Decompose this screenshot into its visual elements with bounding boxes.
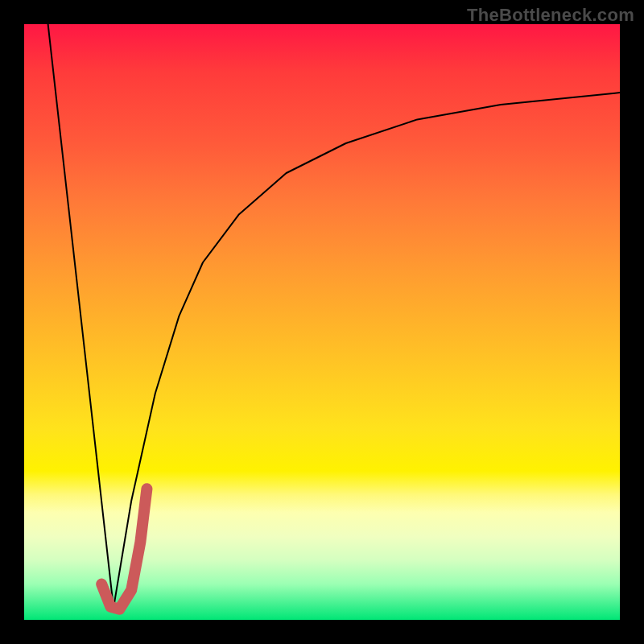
series-group bbox=[48, 24, 620, 609]
series-left-falling-line bbox=[48, 24, 114, 608]
watermark-text: TheBottleneck.com bbox=[467, 5, 634, 26]
series-rising-curve bbox=[114, 93, 620, 608]
chart-svg bbox=[24, 24, 620, 620]
plot-area bbox=[24, 24, 620, 620]
series-marker-j bbox=[101, 489, 147, 609]
chart-frame: TheBottleneck.com bbox=[0, 0, 644, 644]
